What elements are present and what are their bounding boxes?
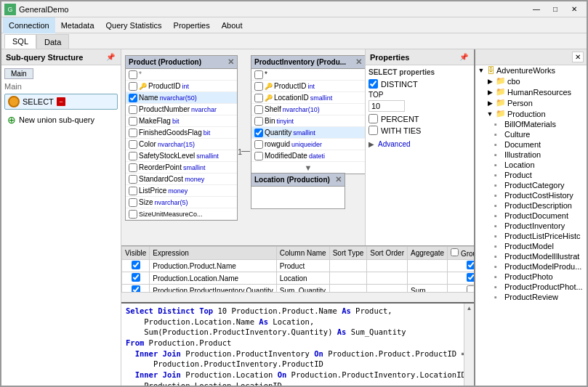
tree-item-culture[interactable]: ▪ Culture — [475, 129, 587, 139]
tree-item-person[interactable]: ▶ 📁 Person — [475, 97, 587, 108]
product-row-standardcost-checkbox[interactable] — [129, 175, 137, 184]
table-product[interactable]: Product (Production) ✕ * 🔑 Produ — [125, 55, 238, 221]
tree-item-productdocument[interactable]: ▪ ProductDocument — [475, 211, 587, 221]
tree-item-productreview[interactable]: ▪ ProductReview — [475, 292, 587, 302]
pi-row-locationid-checkbox[interactable] — [254, 94, 263, 102]
product-row-makeflag[interactable]: MakeFlag bit — [126, 115, 237, 127]
tree-item-productlistprice[interactable]: ▪ ProductListPriceHistc — [475, 231, 587, 241]
grid-row-2-aggregate[interactable] — [407, 272, 447, 285]
product-row-sizeunit-checkbox[interactable] — [129, 210, 137, 219]
grid-row-2-sortorder[interactable] — [367, 272, 408, 285]
pi-row-modifieddate[interactable]: ModifiedDate dateti — [251, 150, 365, 162]
subquery-pin-icon[interactable]: 📌 — [105, 52, 116, 63]
product-row-reorderpoint-checkbox[interactable] — [129, 163, 137, 172]
grid-row-1-sorttype[interactable] — [329, 260, 367, 272]
tree-item-productinventory[interactable]: ▪ ProductInventory — [475, 221, 587, 231]
product-row-productnumber[interactable]: ProductNumber nvarchar — [126, 104, 237, 115]
menu-properties[interactable]: Properties — [168, 17, 216, 33]
table-productinventory[interactable]: ProductInventory (Produ... ✕ * 🔑 — [251, 55, 365, 174]
tree-item-productdescription[interactable]: ▪ ProductDescription — [475, 200, 587, 211]
with-ties-checkbox[interactable] — [368, 126, 378, 135]
pi-row-all-checkbox[interactable] — [254, 70, 263, 79]
product-row-productnumber-checkbox[interactable] — [129, 105, 137, 114]
maximize-button[interactable]: □ — [546, 1, 565, 17]
product-row-name[interactable]: Name nvarchar(50) — [126, 92, 237, 104]
pi-row-bin[interactable]: Bin tinyint — [251, 115, 365, 127]
main-sub-tab[interactable]: Main — [4, 68, 33, 79]
grid-row-3-grouping[interactable] — [448, 285, 474, 293]
properties-pin-icon[interactable]: 📌 — [458, 52, 470, 63]
pi-row-modifieddate-checkbox[interactable] — [254, 152, 263, 160]
grid-row-1-aggregate[interactable] — [407, 260, 447, 272]
tree-item-productmodelprodu[interactable]: ▪ ProductModelProdu... — [475, 261, 587, 272]
grid-row-2-grouping[interactable] — [448, 272, 474, 285]
product-row-standardcost[interactable]: StandardCost money — [126, 174, 237, 185]
grid-row-3-aggregate[interactable]: Sum — [407, 285, 447, 293]
product-row-color-checkbox[interactable] — [129, 140, 137, 149]
pi-row-locationid[interactable]: 🔑 LocationID smallint — [251, 92, 365, 104]
pi-row-productid-checkbox[interactable] — [254, 82, 263, 91]
tree-item-cbo[interactable]: ▶ 📁 cbo — [475, 76, 587, 86]
product-row-productid-checkbox[interactable] — [129, 82, 137, 91]
tree-item-adventureworks[interactable]: ▼ 🗄 AdventureWorks — [475, 65, 587, 76]
grid-scroll-area[interactable]: Visible Expression Column Name Sort Type… — [121, 246, 474, 292]
grid-row-1-sortorder[interactable] — [367, 260, 408, 272]
tree-item-product[interactable]: ▪ Product — [475, 170, 587, 180]
tab-data[interactable]: Data — [36, 34, 69, 49]
tree-item-productcosthistory[interactable]: ▪ ProductCostHistory — [475, 190, 587, 200]
pi-row-shelf[interactable]: Shelf nvarchar(10) — [251, 104, 365, 115]
grid-row-3-visible-cb[interactable] — [132, 285, 140, 292]
sql-scrollbar[interactable]: ▲ — [464, 304, 474, 386]
pi-expand-arrow[interactable]: ▼ — [251, 162, 365, 174]
tree-item-document[interactable]: ▪ Document — [475, 139, 587, 150]
sql-scroll-up[interactable]: ▲ — [467, 305, 472, 311]
grid-row-3-expression[interactable]: Production.ProductInventory.Quantity — [150, 285, 276, 293]
pi-row-rowguid-checkbox[interactable] — [254, 140, 263, 149]
product-row-safetystocklevel-checkbox[interactable] — [129, 152, 137, 160]
product-row-productid[interactable]: 🔑 ProductID int — [126, 81, 237, 92]
pi-row-rowguid[interactable]: rowguid uniqueider — [251, 139, 365, 150]
table-location[interactable]: Location (Production) ✕ — [251, 173, 345, 209]
minimize-button[interactable]: — — [527, 1, 546, 17]
top-value-input[interactable] — [368, 100, 405, 112]
advanced-link[interactable]: Advanced — [378, 140, 410, 148]
grid-row-3-sorttype[interactable] — [329, 285, 367, 293]
tree-item-location[interactable]: ▪ Location — [475, 160, 587, 170]
grid-row-3-grouping-cb[interactable] — [467, 285, 474, 292]
tree-item-humanresources[interactable]: ▶ 📁 HumanResources — [475, 86, 587, 97]
object-browser-content[interactable]: ▼ 🗄 AdventureWorks ▶ 📁 cbo ▶ 📁 HumanReso… — [475, 65, 587, 386]
distinct-checkbox[interactable] — [368, 79, 378, 89]
product-row-all[interactable]: * — [126, 69, 237, 81]
product-row-listprice-checkbox[interactable] — [129, 187, 137, 195]
grid-row-2-visible[interactable] — [122, 272, 150, 285]
tree-item-productmodel[interactable]: ▪ ProductModel — [475, 241, 587, 251]
pi-row-quantity[interactable]: Quantity smallint — [251, 127, 365, 139]
product-row-reorderpoint[interactable]: ReorderPoint smallint — [126, 162, 237, 174]
grouping-header-checkbox[interactable] — [451, 248, 459, 256]
pi-row-shelf-checkbox[interactable] — [254, 105, 263, 114]
grid-row-3-colname[interactable]: Sum_Quantity — [276, 285, 329, 293]
pi-row-bin-checkbox[interactable] — [254, 117, 263, 126]
pi-row-productid[interactable]: 🔑 ProductID int — [251, 81, 365, 92]
close-button[interactable]: ✕ — [565, 1, 584, 17]
product-row-listprice[interactable]: ListPrice money — [126, 185, 237, 197]
grid-row-1-expression[interactable]: Production.Product.Name — [150, 260, 276, 272]
grid-row-1-visible[interactable] — [122, 260, 150, 272]
pi-row-quantity-checkbox[interactable] — [254, 129, 263, 137]
product-row-all-checkbox[interactable] — [129, 70, 137, 79]
diagram-area[interactable]: Product (Production) ✕ * 🔑 Produ — [121, 49, 365, 245]
menu-connection[interactable]: Connection — [3, 17, 55, 33]
tree-item-illustration[interactable]: ▪ Illustration — [475, 150, 587, 160]
tree-item-production[interactable]: ▼ 📁 Production — [475, 108, 587, 119]
grid-row-1-grouping[interactable] — [448, 260, 474, 272]
grid-row-2-colname[interactable]: Location — [276, 272, 329, 285]
select-node[interactable]: SELECT − — [4, 94, 118, 110]
tree-item-productmodelillust[interactable]: ▪ ProductModelIllustrat — [475, 251, 587, 261]
grid-row-3-sortorder[interactable] — [367, 285, 408, 293]
product-row-finishedgoodsflag-checkbox[interactable] — [129, 129, 137, 137]
product-row-size[interactable]: Size nvarchar(5) — [126, 197, 237, 208]
product-row-sizeunit[interactable]: SizeUnitMeasureCo... — [126, 208, 237, 220]
grid-row-2-sorttype[interactable] — [329, 272, 367, 285]
sql-text-area[interactable]: Select Distinct Top 10 Production.Produc… — [121, 304, 464, 386]
product-row-color[interactable]: Color nvarchar(15) — [126, 139, 237, 150]
